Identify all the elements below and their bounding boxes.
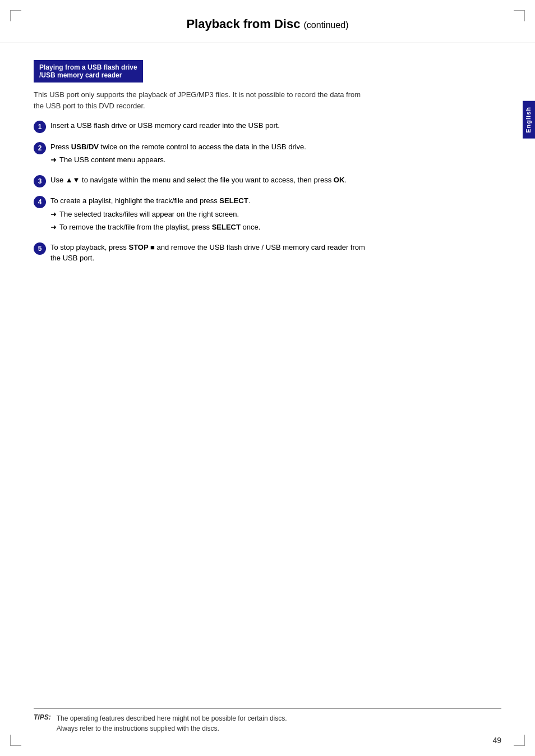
corner-mark-bl [10, 735, 21, 746]
page-title: Playback from Disc (continued) [186, 17, 348, 31]
step-number-2: 2 [34, 142, 46, 154]
step-5: 5 To stop playback, press STOP ■ and rem… [34, 242, 370, 266]
step-number-3: 3 [34, 175, 46, 187]
corner-mark-tr [514, 10, 525, 21]
corner-mark-br [514, 735, 525, 746]
step-number-1: 1 [34, 121, 46, 133]
step-1-content: Insert a USB flash drive or USB memory c… [50, 120, 370, 134]
section-header-box: Playing from a USB flash drive /USB memo… [34, 60, 143, 83]
tips-label: TIPS: [34, 713, 51, 721]
arrow-icon-4b: ➜ [50, 222, 57, 233]
page-title-continued: (continued) [304, 20, 349, 30]
steps-list: 1 Insert a USB flash drive or USB memory… [34, 120, 370, 266]
step-4-content: To create a playlist, highlight the trac… [50, 195, 370, 234]
step-number-5: 5 [34, 242, 46, 255]
main-content: Playing from a USB flash drive /USB memo… [0, 54, 404, 280]
arrow-icon-2: ➜ [50, 154, 57, 166]
step-4-note-1: ➜ The selected tracks/files will appear … [50, 209, 370, 220]
step-3-content: Use ▲▼ to navigate within the menu and s… [50, 175, 370, 188]
step-4-note-2: ➜ To remove the track/file from the play… [50, 222, 370, 233]
arrow-icon-4a: ➜ [50, 209, 57, 220]
step-2: 2 Press USB/DV twice on the remote contr… [34, 141, 370, 167]
step-number-4: 4 [34, 196, 46, 208]
step-5-content: To stop playback, press STOP ■ and remov… [50, 242, 370, 266]
page-number: 49 [492, 736, 501, 745]
step-4: 4 To create a playlist, highlight the tr… [34, 195, 370, 234]
step-2-content: Press USB/DV twice on the remote control… [50, 141, 370, 167]
step-3: 3 Use ▲▼ to navigate within the menu and… [34, 175, 370, 188]
page-header: Playback from Disc (continued) [0, 0, 535, 43]
tips-text: The operating features described here mi… [57, 713, 287, 734]
page-footer: TIPS: The operating features described h… [34, 708, 501, 734]
corner-mark-tl [10, 10, 21, 21]
language-tab: English [523, 101, 535, 139]
step-2-note: ➜ The USB content menu appears. [50, 154, 370, 166]
step-1: 1 Insert a USB flash drive or USB memory… [34, 120, 370, 134]
intro-text: This USB port only supports the playback… [34, 89, 370, 111]
